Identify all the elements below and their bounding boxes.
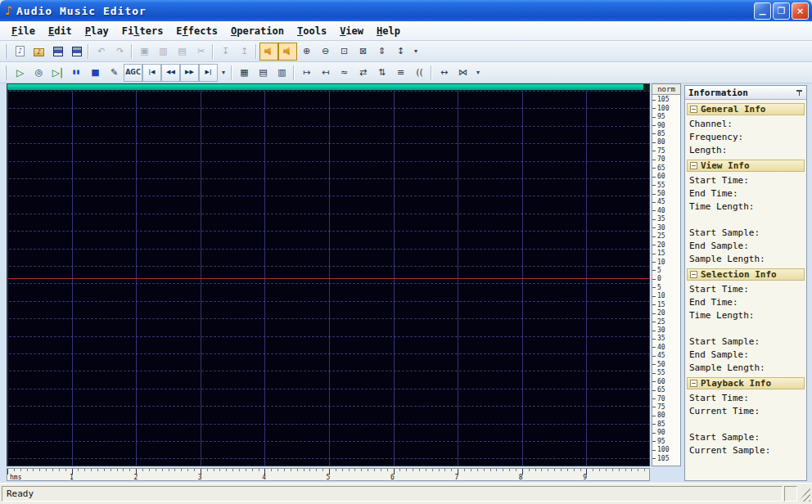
collapse-icon[interactable]: − [690, 106, 697, 113]
minimize-button[interactable]: — [754, 2, 771, 20]
amplitude-tick: 25 [652, 317, 680, 326]
zoom-selection-button[interactable]: ⊡ [335, 43, 354, 61]
fast-forward-button[interactable]: ▶▶ [180, 64, 199, 82]
save-button[interactable] [48, 43, 67, 61]
undo-button[interactable]: ↶ [92, 43, 111, 61]
collapse-icon[interactable]: − [690, 162, 697, 169]
mix-paste-button[interactable]: ↧ [216, 43, 235, 61]
amplitude-tick: 40 [652, 207, 680, 215]
menu-help[interactable]: Help [370, 23, 407, 39]
pin-icon[interactable] [796, 90, 803, 96]
menu-play[interactable]: Play [79, 23, 115, 39]
collapse-icon[interactable]: − [690, 271, 697, 278]
panel-header[interactable]: Information [685, 86, 806, 100]
mix-copy-button[interactable]: ↥ [235, 43, 254, 61]
resize-grip[interactable] [799, 486, 810, 502]
smooth-wave-button[interactable]: ≈ [335, 64, 354, 82]
info-field-label: Start Sample: [687, 431, 805, 444]
menu-operation[interactable]: Operation [224, 23, 291, 39]
go-to-start-button[interactable]: |◀ [142, 64, 161, 82]
new-file-button[interactable]: ♪ [11, 43, 29, 61]
transport-overflow-button[interactable]: ▾ [218, 64, 229, 82]
grid-medium-button[interactable]: ▤ [254, 64, 273, 82]
zoom-out-button[interactable]: ⊖ [316, 43, 335, 61]
info-field-label: Sample Length: [687, 253, 805, 266]
transport-overflow-button-2[interactable]: ▾ [472, 64, 484, 82]
zoom-vertical-out-button[interactable]: ↕ [391, 43, 410, 61]
collapse-icon[interactable]: − [690, 380, 697, 387]
toolbar-overflow-button[interactable]: ▾ [410, 43, 422, 61]
zoom-in-button[interactable]: ⊕ [297, 43, 316, 61]
restore-button[interactable]: ❐ [773, 2, 790, 20]
wave-icon: ≈ [341, 68, 348, 77]
tick-mark [652, 108, 656, 109]
flip-vertical-button[interactable]: ⇅ [372, 64, 391, 82]
agc-toggle-button[interactable]: AGC [124, 64, 142, 82]
pause-button[interactable]: ▮▮ [67, 64, 86, 82]
amplitude-tick-label: 70 [657, 156, 665, 163]
collapse-selection-button[interactable]: ⋈ [453, 64, 472, 82]
paste-button[interactable]: ▤ [173, 43, 192, 61]
left-channel-monitor-toggle[interactable] [259, 43, 278, 61]
cut-button[interactable]: ✂ [192, 43, 210, 61]
right-channel-monitor-toggle[interactable] [278, 43, 297, 61]
main-toolbar-buttons: ♪ ♪ ↶ [11, 43, 422, 61]
play-to-end-button[interactable]: ▷| [48, 64, 67, 82]
amplitude-tick: 95 [652, 438, 680, 446]
tick-mark [652, 339, 656, 340]
position-bar[interactable] [7, 84, 649, 91]
redo-button[interactable]: ↷ [111, 43, 129, 61]
amplitude-tick: 40 [652, 344, 680, 352]
tick-mark [652, 125, 656, 126]
menu-filters[interactable]: Filters [115, 23, 170, 39]
section-header-playback-info[interactable]: − Playback Info [687, 377, 805, 389]
grid-dense-button[interactable]: ▦ [235, 64, 254, 82]
amplitude-tick-label: 30 [657, 225, 665, 232]
menu-edit[interactable]: Edit [42, 23, 79, 39]
rewind-button[interactable]: ◀◀ [161, 64, 180, 82]
link-channels-button[interactable]: ≡ [391, 64, 410, 82]
close-button[interactable]: × [792, 2, 809, 20]
save-as-button[interactable] [67, 43, 86, 61]
zoom-full-button[interactable]: ⊠ [354, 43, 372, 61]
swap-channels-button[interactable]: ⇄ [354, 64, 372, 82]
menu-effects[interactable]: Effects [169, 23, 224, 39]
selection-start-button[interactable]: ↦ [297, 64, 316, 82]
stop-button[interactable]: ■ [86, 64, 105, 82]
waveform-canvas[interactable] [7, 91, 649, 466]
fit-width-button[interactable]: ↔ [435, 64, 453, 82]
loudness-button[interactable]: (( [410, 64, 429, 82]
tick-mark [652, 100, 656, 101]
amplitude-tick-label: 45 [657, 353, 665, 359]
section-header-general-info[interactable]: − General Info [687, 103, 805, 115]
information-panel: Information − General Info Channel:Frequ… [684, 85, 807, 481]
selection-end-button[interactable]: ↤ [316, 64, 335, 82]
grid-off-button[interactable]: ▥ [273, 64, 291, 82]
amplitude-ruler[interactable]: norm 105 100 95 90 85 80 75 70 [652, 83, 681, 466]
zoom-vertical-in-button[interactable]: ⇕ [372, 43, 391, 61]
play-loop-button[interactable]: ◎ [29, 64, 48, 82]
grid-off-icon: ▥ [277, 68, 286, 77]
section-header-view-info[interactable]: − View Info [687, 160, 805, 172]
amplitude-tick-label: 105 [657, 97, 669, 103]
speaker-icon [264, 47, 274, 56]
norm-label[interactable]: norm [652, 84, 680, 95]
waveform-display[interactable] [7, 83, 650, 466]
toolbar-grip[interactable] [5, 65, 7, 80]
menu-file[interactable]: File [5, 23, 42, 39]
go-to-end-button[interactable]: ▶| [199, 64, 218, 82]
toolbar-separator [291, 65, 297, 80]
play-button[interactable]: ▷ [11, 64, 29, 82]
tick-mark [652, 381, 656, 382]
toolbar-grip[interactable] [5, 44, 7, 59]
record-tool-button[interactable]: ✎ [105, 64, 124, 82]
title-bar[interactable]: ♪ Audio Music Editor — ❐ × [0, 0, 812, 21]
section-header-selection-info[interactable]: − Selection Info [687, 268, 805, 281]
copy-to-new-button[interactable]: ▣ [135, 43, 154, 61]
amplitude-tick: 0 [652, 275, 680, 283]
menu-view[interactable]: View [333, 23, 370, 39]
time-ruler[interactable]: hms 123456789 [7, 468, 650, 481]
menu-tools[interactable]: Tools [291, 23, 333, 39]
open-file-button[interactable]: ♪ [29, 43, 48, 61]
copy-button[interactable]: ▥ [154, 43, 173, 61]
